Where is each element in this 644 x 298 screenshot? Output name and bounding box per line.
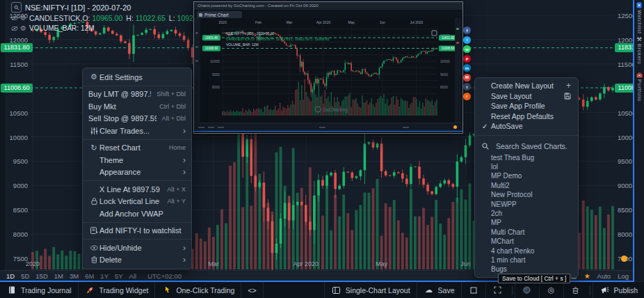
menu-item-appearance[interactable]: Appearance› (83, 166, 191, 179)
trading-widget-button[interactable]: Trading Widget (79, 282, 156, 298)
layout-menu-item-create-new-layout[interactable]: Create New Layout+ (475, 81, 578, 91)
sidebar-tab-watchlist[interactable]: Watchlist (634, 2, 644, 34)
saved-chart-1-min-chart[interactable]: 1 min chart (475, 256, 578, 265)
share-linkedin-button[interactable]: in (463, 64, 471, 72)
menu-item-buy-mkt[interactable]: Buy MktCtrl + Dbl (83, 100, 191, 113)
saved-chart-4-chart-renko[interactable]: 4 chart Renko (475, 246, 578, 255)
saved-chart-test-thea-bug[interactable]: test Thea Bug (475, 153, 578, 162)
gear-icon[interactable]: ⚙ (20, 25, 26, 32)
trash-button[interactable] (563, 282, 588, 298)
menu-item-x-line-at-9897-59[interactable]: X Line At 9897.59Alt + X (83, 183, 191, 196)
eye-slash-icon[interactable] (11, 15, 18, 21)
toggle-auto[interactable]: Auto (597, 272, 611, 280)
menu-item-theme[interactable]: Theme› (83, 154, 191, 166)
menu-item-buy-lmt-9897-59[interactable]: Buy LMT @ 9897.59Shift + Dbl (83, 88, 191, 101)
timezone-label[interactable]: UTC+02:00 (147, 272, 182, 280)
menu-item-label: Clear Trades... (99, 127, 177, 135)
target-button[interactable]: ◎ (539, 282, 563, 298)
trading-journal-button[interactable]: Trading Journal (0, 282, 79, 298)
menu-item-sell-stop-9897-59[interactable]: Sell Stop @ 9897.59Alt + Dbl (83, 113, 191, 125)
button-label: <> (248, 286, 256, 295)
chart-context-menu: ⚙Edit SettingsBuy LMT @ 9897.59Shift + D… (82, 68, 192, 269)
share-facebook-button[interactable]: f (463, 26, 471, 34)
timeframe-3m[interactable]: 3M (70, 272, 79, 280)
popup-tab-prime-chart[interactable]: Prime Chart (197, 11, 242, 18)
trading-app: 2020FebMarApr 2020MayJun NSE:NIFTY-I [1D… (0, 0, 644, 298)
timeframe-5d[interactable]: 5D (21, 272, 29, 280)
publish-button[interactable]: Publish (593, 282, 644, 298)
saved-chart-2ch[interactable]: 2ch (475, 209, 578, 218)
share-whatsapp-button[interactable]: w (463, 45, 471, 53)
submenu-arrow-icon: › (183, 168, 186, 175)
saved-chart-lol[interactable]: lol (475, 162, 578, 171)
menu-separator (83, 86, 191, 86)
svg-text:8000: 8000 (440, 85, 448, 89)
button-label: Publish (614, 286, 638, 295)
rocket-icon (85, 286, 96, 294)
journal-icon (6, 286, 17, 294)
layout-menu-item-save-app-profile[interactable]: Save App Profile (475, 101, 578, 111)
one-click-trading-button[interactable]: One-Click Trading (155, 282, 241, 298)
timeframe-all[interactable]: All (129, 272, 137, 280)
eye-slash-icon[interactable] (11, 26, 18, 31)
svg-text:VOLUME_BAR: 12M: VOLUME_BAR: 12M (226, 42, 259, 47)
bottom-toolbar-right: Single-Chart Layout☁Save◎Publish (324, 282, 644, 298)
sidebar-tab-label: Watchlist (636, 10, 643, 34)
svg-text:11008.60: 11008.60 (205, 47, 218, 50)
popup-notification-dot (453, 125, 457, 129)
svg-text:11831.80: 11831.80 (205, 36, 218, 40)
share-gmail-button[interactable]: M (463, 74, 471, 81)
menu-item-reset-chart[interactable]: ↻Reset ChartHome (83, 142, 191, 155)
saved-chart-mchart[interactable]: MChart (475, 237, 578, 246)
saved-chart-newpp[interactable]: NEWPP (475, 199, 578, 208)
favorite-star-icon[interactable]: ★ (584, 272, 590, 280)
layout-menu-item-autosave[interactable]: ✓AutoSave (475, 121, 578, 132)
gear-icon[interactable]: ⚙ (20, 15, 26, 22)
saved-chart-new-protocol[interactable]: New Protocol (475, 190, 578, 199)
menu-item-clear-trades[interactable]: Clear Trades...› (83, 125, 191, 137)
magnifier-icon (11, 2, 22, 13)
layout-menu-item-reset-app-defaults[interactable]: Reset App Defaults (475, 111, 578, 122)
timeframe-1m[interactable]: 1M (54, 272, 63, 280)
svg-text:11831.80: 11831.80 (442, 36, 455, 40)
screenshot-button[interactable] (461, 282, 485, 298)
single-chart-layout-button[interactable]: Single-Chart Layout (324, 282, 417, 298)
timeframe-6m[interactable]: 6M (85, 272, 94, 280)
notification-dot[interactable] (621, 256, 627, 262)
share-pinterest-button[interactable]: p (463, 55, 471, 63)
timeframe-15d[interactable]: 15D (35, 272, 47, 280)
timeframe-list: 1D5D15D1M3M6M1Y5YAll (0, 272, 136, 280)
save-button[interactable]: ☁Save (417, 282, 461, 298)
layout-menu-item-save-layout[interactable]: Save Layout (475, 91, 578, 102)
share-tumblr-button[interactable]: t (463, 83, 471, 91)
saved-chart-mp[interactable]: MP (475, 218, 578, 227)
sidebar-tab-portfolio[interactable]: Portfolio (634, 72, 644, 102)
menu-item-delete[interactable]: Delete› (83, 254, 191, 267)
item-button[interactable]: <> (241, 282, 263, 298)
timeframe-1y[interactable]: 1Y (100, 272, 108, 280)
fullscreen-button[interactable] (485, 282, 510, 298)
search-input[interactable] (494, 141, 574, 151)
menu-item-add-nifty-i-to-watchlist[interactable]: Add NIFTY-I to watchlist (83, 225, 191, 237)
timeframe-5y[interactable]: 5Y (115, 272, 123, 280)
lock-icon (88, 198, 99, 205)
cloud-icon: ☁ (424, 285, 435, 295)
toggle-log[interactable]: Log (618, 272, 629, 280)
timeframe-1d[interactable]: 1D (6, 272, 15, 280)
menu-item-hide-unhide[interactable]: Hide/Unhide› (83, 242, 191, 254)
saved-chart-bugs[interactable]: Bugs (475, 265, 578, 274)
svg-text:CANDLESTICK,O: 10965.00 H: 110: CANDLESTICK,O: 10965.00 H: 11022.65 L: 1… (226, 37, 329, 41)
share-reddit-button[interactable]: r (463, 93, 471, 100)
menu-item-add-anchor-vwap[interactable]: Add Anchor VWAP (83, 207, 191, 220)
share-twitter-button[interactable]: t (463, 36, 471, 44)
sphere-button[interactable] (515, 282, 539, 298)
menu-item-lock-vertical-line[interactable]: Lock Vertical LineAlt + Y (83, 196, 191, 208)
saved-chart-multi-chart[interactable]: Multi Chart (475, 228, 578, 237)
submenu-arrow-icon: › (183, 127, 186, 134)
saved-chart-mp-demo[interactable]: MP Demo (475, 171, 578, 180)
sidebar-tab-brokers[interactable]: ⚒Brokers (634, 36, 644, 64)
menu-item-edit-settings[interactable]: ⚙Edit Settings (83, 71, 191, 84)
menu-item-label: Edit Settings (99, 73, 186, 81)
saved-charts-search[interactable] (475, 139, 578, 153)
saved-chart-multi2[interactable]: Multi2 (475, 181, 578, 190)
